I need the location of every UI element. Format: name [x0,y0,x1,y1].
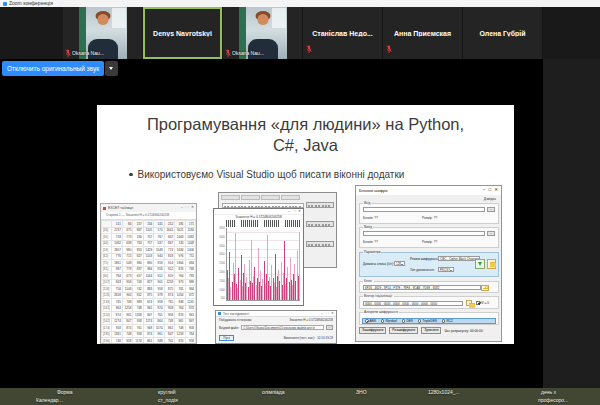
dialog-button[interactable]: Зашифрувати [359,327,386,334]
dialog-title: Блокові шифри [359,188,388,193]
output-browse-button[interactable]: ... [487,231,495,236]
tab[interactable] [261,195,280,200]
iv-zero-checkbox[interactable]: IV = 0 [476,301,489,305]
help-link[interactable]: Довідка [484,197,496,201]
participant-name-label: Олена Губрій [463,30,542,37]
test-window-titlebar[interactable]: Тест послідовності – □ ✕ [216,311,336,317]
sound-control-bar: Отключить оригинальный звук [2,61,118,76]
output-group: Вихід ... Блоків: ?? Розмір: ?? [359,227,499,248]
load-button[interactable] [306,202,334,208]
execution-time-label: Виконання (тест. зав.): [284,336,315,340]
open-key-file-button[interactable] [487,259,496,269]
browse-button[interactable] [306,221,334,227]
input-path-field[interactable] [363,207,485,212]
input-browse-button[interactable]: ... [487,207,495,212]
minimize-icon[interactable]: – [181,206,183,210]
tab[interactable] [281,195,300,200]
tab[interactable] [221,195,240,200]
histogram-bar [299,232,300,300]
window-controls: – □ ✕ [288,210,301,214]
compute-button[interactable] [306,241,334,247]
padding-label: Тип доповнення: [410,268,435,272]
dialog-titlebar[interactable]: Блокові шифри – □ ✕ [356,186,501,195]
participant-tile[interactable]: Oksana Nau... [223,7,303,59]
sound-dropdown-button[interactable] [105,61,118,76]
participant-name-label: Анна Приемская [383,30,462,37]
key-label: Ключ: [363,280,374,283]
original-sound-button[interactable]: Отключить оригинальный звук [2,61,104,76]
start-button[interactable]: Пуск [219,335,234,341]
algorithm-radio-aes[interactable]: AES [365,319,376,323]
key-field[interactable]: 6F26 - 4629 - 3F14 - F37E - 78F4 - 8CA8 … [363,285,481,290]
input-size-stat: Розмір: ?? [422,216,437,220]
desktop-icon-label[interactable]: професоро... [538,397,568,403]
close-icon[interactable]: ✕ [494,188,498,193]
padding-select[interactable]: PKCS7 [438,267,454,272]
table-app-icon [103,207,106,210]
desktop-icon-label[interactable]: день з [541,389,556,395]
apply-key-button[interactable] [475,259,485,269]
participant-tile[interactable]: Denys Navrotskyi [143,7,223,59]
y-axis-tick-label: 500 [215,298,225,301]
histogram-window: – □ ✕ Значення Н = 0.5724806240258 45004… [213,208,304,306]
y-axis-tick-label: 2000 [215,272,225,275]
y-axis-tick-label: 2500 [215,263,225,266]
table-window-titlebar[interactable]: ЕХСЕЛ таблиця – □ ✕ [101,204,196,212]
maximize-icon[interactable]: □ [186,206,188,210]
slide-title: Програмування «для людини» на Python, C#… [97,114,514,156]
desktop-icon-label[interactable]: ст_подія [158,397,178,403]
maximize-icon[interactable]: □ [326,312,328,316]
tab[interactable] [241,195,260,200]
algorithm-radio-rijndael[interactable]: Rijndael [381,319,397,323]
mode-select[interactable]: CBC - Cipher Block Chaining [438,256,480,261]
y-axis-tick-label: 4500 [215,228,225,231]
algorithm-radio-des[interactable]: DES [402,319,413,323]
participant-tile[interactable]: Oksana Nau... [63,7,143,59]
minimize-icon[interactable]: – [288,210,290,214]
iv-icon[interactable] [466,300,472,306]
desktop-icon-label[interactable]: олімпіада [262,389,284,395]
iv-field[interactable]: 0000 - 0000 - 0000 - 0000 - 0000 - 0000 … [363,301,463,306]
key-length-select[interactable]: 128 [394,261,405,266]
close-icon[interactable]: ✕ [191,206,194,210]
browse-button[interactable]: ... [326,325,333,330]
participant-tile[interactable]: Анна Приемская [383,7,463,59]
participant-tiles: Oksana Nau...Denys NavrotskyiOksana Nau.… [63,7,543,59]
number-table: 15184157134141212191171[26]2747475887110… [101,220,196,344]
maximize-icon[interactable]: □ [293,210,295,214]
close-icon[interactable]: ✕ [331,312,334,316]
dialog-button[interactable]: Розшифрувати [389,327,418,334]
output-path-field[interactable] [363,231,485,236]
key-icon[interactable] [481,285,489,291]
participant-name-label: Oksana Nau... [65,49,104,57]
dialog-buttons: ЗашифруватиРозшифруватиЗупинитиЧас розра… [359,327,483,334]
desktop-icon-label[interactable]: 1280x1024_... [428,389,460,395]
y-axis-tick-label: 3500 [215,246,225,249]
algorithm-radio-rc2[interactable]: RC2 [442,319,453,323]
zoom-logo-icon [3,2,7,6]
window-controls: – □ ✕ [483,188,498,193]
mic-muted-icon [65,49,71,57]
slide-bullet: Використовуємо Visual Studio щоб писати … [129,169,404,180]
participant-name-label: Oksana Nau... [225,49,264,57]
y-axis-tick-label: 3000 [215,254,225,257]
radio-icon [381,319,385,323]
minimize-icon[interactable]: – [321,312,323,316]
algorithm-radio-tripledes[interactable]: TripleDES [418,319,437,323]
calc-time-label: Час розрахунку: 00:00:00 [444,329,482,333]
input-file-field[interactable]: C:\Users\Oksana\Documents\10 реальних фа… [241,325,324,330]
desktop-icon-label[interactable]: Календар... [36,397,63,403]
desktop-icon-label[interactable]: Форма [57,389,73,395]
radio-icon [402,319,406,323]
desktop-icon-label[interactable]: круглий [158,389,176,395]
close-icon[interactable]: ✕ [298,210,301,214]
desktop-icon-label[interactable]: ЗНО [356,389,367,395]
minimize-icon[interactable]: – [483,188,486,193]
test-window-title: Тест послідовності [223,312,249,316]
participant-name-label: Denys Navrotskyi [143,30,222,37]
window-controls: – □ ✕ [321,312,334,316]
dialog-button[interactable]: Зупинити [421,327,441,334]
maximize-icon[interactable]: □ [489,188,492,193]
participant-tile[interactable]: Станіслав Недо... [303,7,383,59]
participant-tile[interactable]: Олена Губрій [463,7,543,59]
